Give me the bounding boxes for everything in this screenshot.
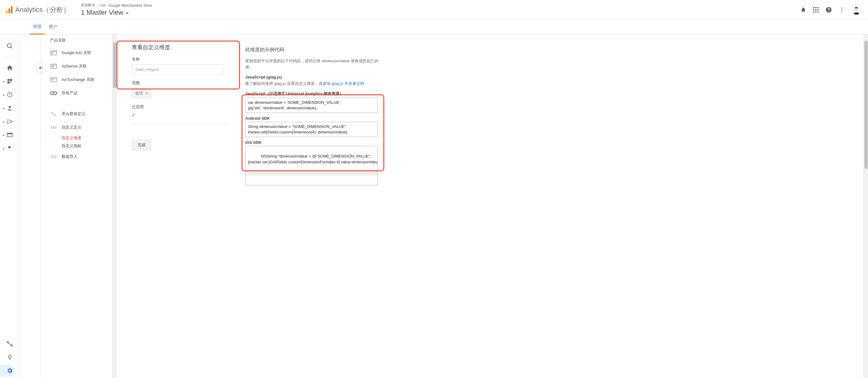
name-input[interactable] xyxy=(132,64,223,74)
nav-realtime[interactable]: ▸ xyxy=(0,89,14,101)
tab-user[interactable]: 用户 xyxy=(45,20,61,34)
bell-icon[interactable] xyxy=(800,7,806,13)
nav-admin[interactable] xyxy=(0,365,14,377)
android-heading: Android SDK xyxy=(245,116,862,121)
svg-rect-11 xyxy=(817,11,818,12)
android-code-box[interactable]: String dimensionValue = "SOME_DIMENSION_… xyxy=(245,122,378,137)
sidebar-section-title: 产品关联 xyxy=(50,36,112,46)
inner-scrollbar-thumb[interactable] xyxy=(113,42,116,88)
inner-scrollbar-track[interactable] xyxy=(112,34,117,378)
chevron-down-icon xyxy=(126,12,129,14)
sidebar-item-audience-def[interactable]: 受众群体定义 xyxy=(50,107,112,121)
page-scrollbar-track[interactable] xyxy=(863,34,868,378)
svg-rect-19 xyxy=(7,79,9,81)
sidebar-sub-custom-metrics[interactable]: 自定义指标 xyxy=(50,142,112,150)
sidebar-item-data-import[interactable]: Dd 数据导入 xyxy=(50,150,112,163)
gtag-heading: JavaScript (gtag.js) xyxy=(245,75,862,79)
gtag-docs-link[interactable]: gtag.js 开发者文档 xyxy=(332,81,364,86)
svg-rect-10 xyxy=(815,11,816,12)
logo[interactable]: Analytics（分析） xyxy=(6,5,70,14)
nav-search[interactable] xyxy=(0,40,14,52)
example-code-panel: 此维度的示例代码 复制您的平台所需的以下代码段，请切记将 dimensionVa… xyxy=(242,34,868,378)
sidebar-item-adsense[interactable]: AdSense 关联 xyxy=(50,60,112,73)
svg-point-29 xyxy=(11,345,12,346)
body-area: 产品关联 Google Ads 关联 AdSense 关联 Ad Exchang… xyxy=(20,34,868,378)
header-actions xyxy=(800,5,863,14)
enabled-field-label: 已启用 xyxy=(132,104,229,110)
nav-discover[interactable] xyxy=(0,351,14,364)
svg-rect-21 xyxy=(7,82,9,84)
svg-rect-4 xyxy=(815,7,816,8)
nav-conversions[interactable]: ▸ xyxy=(0,142,14,154)
svg-rect-0 xyxy=(6,10,8,13)
nav-acquisition[interactable]: ▸ xyxy=(0,115,14,127)
tab-admin[interactable]: 管理 xyxy=(29,20,45,34)
horizontal-scrollbar[interactable] xyxy=(246,172,378,176)
sidebar-item-adexchange[interactable]: Ad Exchange 关联 xyxy=(50,73,112,86)
dashboard-icon xyxy=(7,78,13,84)
page-scrollbar-thumb[interactable] xyxy=(864,40,868,169)
svg-point-14 xyxy=(841,11,842,12)
chevron-right-icon: ▸ xyxy=(3,120,5,123)
sidebar-item-google-ads[interactable]: Google Ads 关联 xyxy=(50,46,112,60)
linking-icon xyxy=(50,50,57,56)
svg-point-25 xyxy=(8,106,11,108)
apps-grid-icon[interactable] xyxy=(813,7,818,12)
help-icon[interactable] xyxy=(825,6,832,13)
scope-select[interactable]: 会话 ▾ xyxy=(132,88,151,98)
svg-rect-7 xyxy=(815,9,816,10)
chevron-right-icon: ▸ xyxy=(3,93,5,96)
examples-heading: 此维度的示例代码 xyxy=(245,47,862,53)
admin-sidebar: 产品关联 Google Ads 关联 AdSense 关联 Ad Exchang… xyxy=(20,34,112,378)
breadcrumb-block: 所有帐号 › UA - Google Merchandise Store 1 M… xyxy=(81,3,800,17)
svg-rect-9 xyxy=(813,11,814,12)
ios-code-box[interactable]: NSString *dimensionValue = @"SOME_DIMENS… xyxy=(245,146,378,185)
chevron-right-icon: ▸ xyxy=(3,134,5,137)
form-panel: 查看自定义维度 名称 范围 会话 ▾ 已启用 ✓ xyxy=(117,34,242,378)
svg-rect-3 xyxy=(813,7,814,8)
js-ua-code-box[interactable]: var dimensionValue = 'SOME_DIMENSION_VAL… xyxy=(245,98,378,113)
svg-point-42 xyxy=(52,92,53,94)
logo-text: Analytics（分析） xyxy=(15,5,70,14)
nav-audience[interactable]: ▸ xyxy=(0,102,14,114)
chevron-right-icon: ▸ xyxy=(3,80,5,83)
svg-rect-27 xyxy=(7,133,12,134)
chevron-right-icon: › xyxy=(97,3,98,8)
gtag-description: 要了解如何使用 gtag.js 设置自定义维度，请参阅 gtag.js 开发者文… xyxy=(245,81,379,87)
nav-rail: ▸ ▸ ▸ ▸ ▸ ▸ xyxy=(0,34,20,378)
svg-rect-41 xyxy=(50,91,57,95)
nav-home[interactable] xyxy=(0,62,14,74)
sidebar-item-all-products[interactable]: 所有产品 xyxy=(50,86,112,100)
behavior-icon xyxy=(7,133,13,137)
done-button[interactable]: 完成 xyxy=(132,140,151,150)
breadcrumb[interactable]: 所有帐号 › UA - Google Merchandise Store xyxy=(81,3,800,8)
name-field-label: 名称 xyxy=(132,57,229,62)
flag-icon xyxy=(7,146,12,151)
svg-point-12 xyxy=(841,7,842,8)
nav-behavior[interactable]: ▸ xyxy=(0,129,14,141)
checkmark-icon: ✓ xyxy=(132,112,229,118)
admin-tabs: 管理 用户 xyxy=(0,20,868,34)
breadcrumb-all-accounts: 所有帐号 xyxy=(81,3,95,8)
chevron-right-icon: ▸ xyxy=(3,107,5,110)
home-icon xyxy=(6,64,13,71)
avatar[interactable] xyxy=(851,5,861,14)
view-selector[interactable]: 1 Master View xyxy=(81,8,800,17)
back-button[interactable] xyxy=(37,63,46,72)
nav-attribution[interactable] xyxy=(0,338,14,350)
svg-rect-22 xyxy=(10,82,11,82)
sidebar-item-custom-def[interactable]: Dd 自定义定义 xyxy=(50,121,112,134)
linking-icon xyxy=(50,77,57,83)
person-icon xyxy=(7,105,13,111)
attribution-icon xyxy=(6,341,13,347)
analytics-logo-icon xyxy=(6,6,13,13)
sidebar-sub-custom-dimensions[interactable]: 自定义维度 xyxy=(50,134,112,142)
linking-icon xyxy=(50,63,57,69)
more-vert-icon[interactable] xyxy=(839,7,845,13)
svg-point-43 xyxy=(54,92,56,94)
main-scroll: 查看自定义维度 名称 范围 会话 ▾ 已启用 ✓ xyxy=(112,34,868,378)
svg-point-17 xyxy=(7,43,11,48)
svg-line-18 xyxy=(10,47,12,49)
nav-customization[interactable]: ▸ xyxy=(0,75,14,87)
svg-rect-20 xyxy=(10,79,12,81)
